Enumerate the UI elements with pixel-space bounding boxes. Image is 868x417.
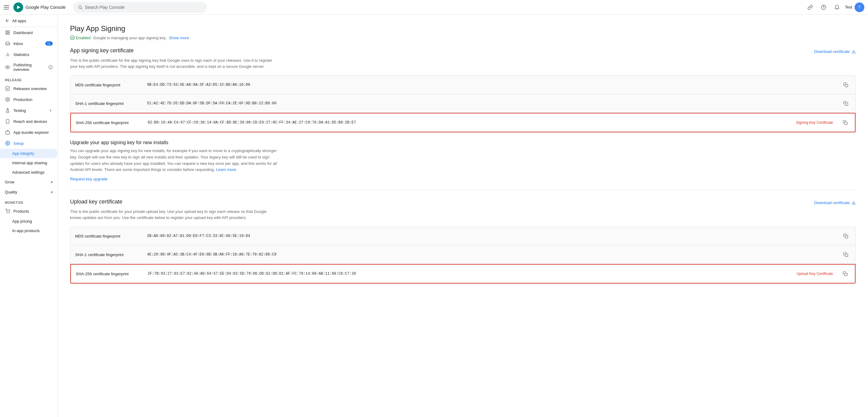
notifications-icon-button[interactable]: [832, 2, 842, 13]
svg-rect-6: [6, 31, 7, 32]
releases-overview-label: Releases overview: [13, 86, 46, 91]
svg-rect-30: [845, 235, 848, 238]
reach-icon: [5, 118, 10, 124]
signing-md5-copy-button[interactable]: [841, 80, 850, 90]
upload-section-title: Upload key certificate: [70, 199, 122, 205]
sidebar-item-grow[interactable]: Grow ▾: [0, 177, 58, 187]
all-apps-button[interactable]: All apps: [0, 14, 58, 27]
show-more-link[interactable]: Show more: [169, 36, 189, 40]
upload-sha256-label: SHA-256 certificate fingerprint: [76, 272, 143, 276]
upgrade-title: Upgrade your app signing key for new ins…: [70, 140, 856, 145]
svg-rect-28: [844, 122, 847, 125]
upload-sha1-copy-button[interactable]: [841, 250, 850, 259]
sidebar-item-advanced-settings[interactable]: Advanced settings: [0, 168, 58, 177]
sidebar-item-publishing-overview[interactable]: Publishing overview: [0, 60, 58, 74]
sidebar-item-testing[interactable]: Testing: [0, 105, 58, 116]
link-icon: [807, 5, 813, 10]
upload-md5-copy-button[interactable]: [841, 231, 850, 241]
enabled-badge: Enabled: [70, 35, 91, 40]
signing-sha1-copy-button[interactable]: [841, 99, 850, 108]
publishing-overview-alert-icon: [49, 65, 53, 70]
gear-icon: [5, 141, 10, 146]
sidebar-item-releases-overview[interactable]: Releases overview: [0, 83, 58, 94]
inbox-label: Inbox: [13, 41, 23, 46]
link-icon-button[interactable]: [805, 2, 816, 13]
download-upload-cert-button[interactable]: Download certificate: [814, 201, 856, 205]
quality-arrow-icon: ▾: [51, 190, 53, 194]
dashboard-icon: [5, 30, 10, 35]
upgrade-section: Upgrade your app signing key for new ins…: [70, 140, 856, 181]
setup-label: Setup: [13, 141, 24, 146]
inbox-icon: [5, 41, 10, 46]
sidebar-item-quality[interactable]: Quality ▾: [0, 187, 58, 197]
production-label: Production: [13, 97, 32, 102]
sidebar-item-app-integrity[interactable]: App integrity: [0, 149, 58, 158]
sidebar-item-production[interactable]: Production: [0, 94, 58, 105]
upload-key-badge: Upload Key Certificate: [797, 272, 833, 276]
signing-sha1-label: SHA-1 certificate fingerprint: [75, 101, 142, 106]
svg-point-16: [7, 99, 8, 100]
help-icon-button[interactable]: [818, 2, 829, 13]
releases-icon: [5, 86, 10, 91]
sidebar-item-statistics[interactable]: Statistics: [0, 49, 58, 60]
download-signing-label: Download certificate: [814, 49, 850, 54]
copy-icon: [843, 271, 847, 276]
sidebar-item-in-app-products[interactable]: In-app products: [0, 226, 58, 235]
grow-label: Grow: [5, 180, 14, 184]
sidebar-item-app-pricing[interactable]: App pricing: [0, 216, 58, 226]
sidebar-item-internal-app-sharing[interactable]: Internal app sharing: [0, 158, 58, 168]
page-subtitle: Enabled Google is managing your app sign…: [70, 35, 856, 40]
logo[interactable]: Google Play Console: [13, 2, 66, 12]
copy-icon: [843, 234, 848, 239]
signing-sha1-row: SHA-1 certificate fingerprint 51:A2:4E:7…: [70, 94, 856, 113]
user-label[interactable]: Test: [845, 5, 852, 9]
learn-more-link[interactable]: Learn more: [216, 167, 236, 172]
sidebar-item-products[interactable]: Products: [0, 206, 58, 216]
app-pricing-label: App pricing: [12, 219, 32, 223]
search-input[interactable]: [85, 5, 202, 10]
logo-text: Google Play Console: [26, 5, 66, 10]
svg-rect-8: [6, 33, 7, 34]
sidebar-item-reach-devices[interactable]: Reach and devices: [0, 116, 58, 127]
signing-sha256-copy-button[interactable]: [840, 118, 850, 128]
inbox-badge: 11: [45, 41, 53, 46]
internal-app-sharing-label: Internal app sharing: [12, 161, 47, 165]
topbar: Google Play Console Test T: [0, 0, 868, 14]
search-icon: [78, 5, 83, 10]
download-upload-label: Download certificate: [814, 201, 850, 205]
sidebar-item-setup[interactable]: Setup: [0, 138, 58, 149]
bundle-icon: [5, 130, 10, 135]
signing-cert-table: MD5 certificate fingerprint 9B:E4:DD:73:…: [70, 75, 856, 133]
page-title: Play App Signing: [70, 24, 856, 33]
enabled-text: Enabled: [76, 36, 91, 40]
svg-rect-9: [8, 33, 9, 34]
svg-point-5: [823, 8, 824, 9]
dashboard-label: Dashboard: [13, 30, 33, 35]
svg-rect-20: [5, 131, 9, 134]
testing-expand-icon: [49, 108, 53, 112]
sidebar-item-dashboard[interactable]: Dashboard: [0, 27, 58, 38]
statistics-icon: [5, 52, 10, 57]
sidebar-item-app-bundle-explorer[interactable]: App bundle explorer: [0, 127, 58, 138]
menu-icon[interactable]: [4, 4, 11, 11]
products-label: Products: [13, 209, 29, 213]
monetize-label: Monetize: [0, 197, 58, 206]
avatar[interactable]: T: [855, 2, 864, 12]
svg-point-21: [7, 143, 8, 144]
upload-cert-section: Upload key certificate Download certific…: [70, 199, 856, 284]
upload-sha256-copy-button[interactable]: [840, 269, 850, 279]
svg-point-22: [7, 213, 7, 213]
copy-icon: [843, 120, 847, 125]
sidebar-item-inbox[interactable]: Inbox 11: [0, 38, 58, 49]
publishing-overview-label: Publishing overview: [13, 63, 44, 72]
search-bar[interactable]: [73, 2, 207, 13]
signing-key-badge: Signing Key Certificate: [796, 120, 833, 125]
svg-rect-31: [845, 254, 848, 257]
request-upgrade-link[interactable]: Request key upgrade: [70, 177, 856, 181]
play-logo-icon: [13, 2, 23, 12]
advanced-settings-label: Advanced settings: [12, 170, 44, 175]
svg-rect-26: [845, 84, 848, 87]
signing-md5-value: 9B:E4:DD:73:53:5E:A8:9A:3F:A3:D5:15:B8:A…: [147, 83, 836, 87]
upload-md5-label: MD5 certificate fingerprint: [75, 234, 142, 239]
download-signing-cert-button[interactable]: Download certificate: [814, 49, 856, 54]
